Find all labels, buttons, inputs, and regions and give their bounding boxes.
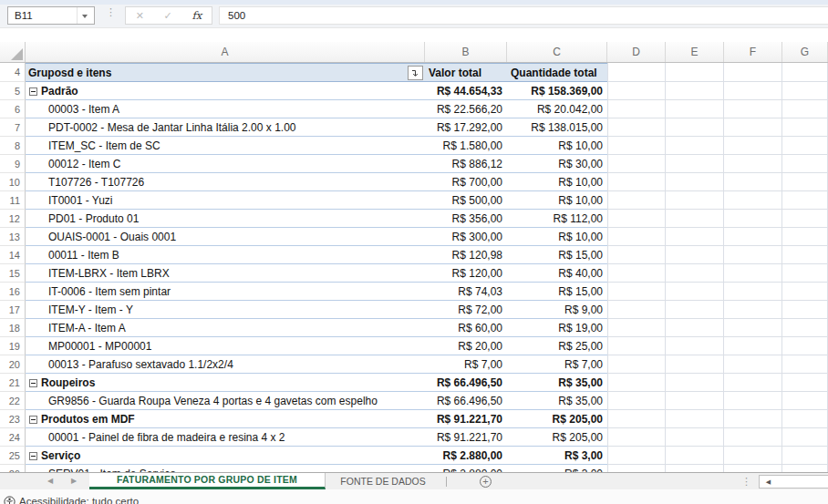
cell-D18[interactable]	[607, 319, 666, 337]
row-header-22[interactable]: 22	[0, 392, 26, 410]
cell-D9[interactable]	[607, 155, 666, 173]
cell-E26[interactable]	[666, 465, 724, 472]
insert-function-icon[interactable]: fx	[191, 9, 202, 22]
cell-D23[interactable]	[607, 410, 666, 428]
formula-input[interactable]: 500	[219, 6, 828, 25]
cell-G22[interactable]	[782, 392, 828, 410]
cell-C6[interactable]: R$ 20.042,00	[507, 100, 607, 118]
cell-G4[interactable]	[782, 63, 828, 82]
sort-filter-icon[interactable]	[408, 66, 423, 80]
cell-A13[interactable]: OUAIS-0001 - Ouais 0001	[26, 228, 425, 246]
cell-G23[interactable]	[782, 410, 828, 428]
cell-B10[interactable]: R$ 700,00	[425, 173, 507, 191]
cell-F14[interactable]	[724, 246, 782, 264]
cell-D11[interactable]	[607, 191, 666, 210]
cell-C22[interactable]: R$ 35,00	[507, 392, 607, 410]
cell-F25[interactable]	[724, 447, 782, 465]
tab-faturamento-por-grupo-de-item[interactable]: FATURAMENTO POR GRUPO DE ITEM	[89, 473, 326, 489]
cell-F8[interactable]	[724, 137, 782, 155]
cell-E19[interactable]	[666, 337, 724, 355]
cell-B9[interactable]: R$ 886,12	[425, 155, 507, 173]
column-header-G[interactable]: G	[782, 42, 828, 62]
cell-E22[interactable]	[666, 392, 724, 410]
cell-D26[interactable]	[607, 465, 666, 472]
accessibility-status-text[interactable]: Acessibilidade: tudo certo	[19, 496, 139, 504]
cell-F20[interactable]	[724, 355, 782, 374]
cell-A26[interactable]: SERV01 - Item de Serviço	[26, 465, 425, 472]
cell-B13[interactable]: R$ 300,00	[425, 228, 507, 246]
row-header-13[interactable]: 13	[0, 228, 26, 246]
cell-G17[interactable]	[782, 301, 828, 319]
cell-C14[interactable]: R$ 15,00	[507, 246, 607, 264]
cell-B8[interactable]: R$ 1.580,00	[425, 137, 507, 155]
cell-D12[interactable]	[607, 210, 666, 228]
cell-A20[interactable]: 00013 - Parafuso sextavado 1.1/2x2/4	[26, 355, 425, 374]
row-header-5[interactable]: 5	[0, 82, 26, 100]
cell-B20[interactable]: R$ 7,00	[425, 355, 507, 374]
cell-D6[interactable]	[607, 100, 666, 118]
cell-D20[interactable]	[607, 355, 666, 374]
cell-E10[interactable]	[666, 173, 724, 191]
cell-B11[interactable]: R$ 500,00	[425, 191, 507, 210]
cell-A15[interactable]: ITEM-LBRX - Item LBRX	[26, 264, 425, 283]
cell-D22[interactable]	[607, 392, 666, 410]
cell-F13[interactable]	[724, 228, 782, 246]
cell-C5[interactable]: R$ 158.369,00	[507, 82, 607, 100]
cell-C15[interactable]: R$ 40,00	[507, 264, 607, 283]
cell-F5[interactable]	[724, 82, 782, 100]
cell-A8[interactable]: ITEM_SC - Item de SC	[26, 137, 425, 155]
cell-A4[interactable]: Gruposd e itens	[26, 63, 425, 82]
row-header-9[interactable]: 9	[0, 155, 26, 173]
cell-A17[interactable]: ITEM-Y - Item - Y	[26, 301, 425, 319]
column-header-F[interactable]: F	[724, 42, 782, 62]
cell-D14[interactable]	[607, 246, 666, 264]
cell-A14[interactable]: 00011 - Item B	[26, 246, 425, 264]
cell-A25[interactable]: Serviço	[26, 447, 425, 465]
cell-E4[interactable]	[666, 63, 724, 82]
sheet-nav-next-icon[interactable]: ▶	[71, 477, 77, 486]
cell-A6[interactable]: 00003 - Item A	[26, 100, 425, 118]
cell-B22[interactable]: R$ 66.496,50	[425, 392, 507, 410]
cell-E25[interactable]	[666, 447, 724, 465]
cell-G16[interactable]	[782, 283, 828, 301]
cell-A16[interactable]: IT-0006 - Item sem pintar	[26, 283, 425, 301]
cancel-icon[interactable]: ✕	[136, 10, 144, 22]
cell-C18[interactable]: R$ 19,00	[507, 319, 607, 337]
cell-F10[interactable]	[724, 173, 782, 191]
cell-F19[interactable]	[724, 337, 782, 355]
row-header-10[interactable]: 10	[0, 173, 26, 191]
cell-F26[interactable]	[724, 465, 782, 472]
cell-A23[interactable]: Produtos em MDF	[26, 410, 425, 428]
cell-A21[interactable]: Roupeiros	[26, 374, 425, 392]
cell-A9[interactable]: 00012 - Item C	[26, 155, 425, 173]
chevron-down-icon[interactable]	[77, 7, 94, 24]
cell-E6[interactable]	[666, 100, 724, 118]
cell-F24[interactable]	[724, 428, 782, 447]
cell-C24[interactable]: R$ 205,00	[507, 428, 607, 447]
cell-D8[interactable]	[607, 137, 666, 155]
cell-G12[interactable]	[782, 210, 828, 228]
cell-F7[interactable]	[724, 118, 782, 137]
cell-G14[interactable]	[782, 246, 828, 264]
cell-B25[interactable]: R$ 2.880,00	[425, 447, 507, 465]
column-header-C[interactable]: C	[507, 42, 607, 62]
cell-B26[interactable]: R$ 2.880,00	[425, 465, 507, 472]
cell-D17[interactable]	[607, 301, 666, 319]
scroll-left-icon[interactable]: ◀	[760, 476, 777, 488]
cell-G20[interactable]	[782, 355, 828, 374]
column-header-E[interactable]: E	[666, 42, 724, 62]
cell-F11[interactable]	[724, 191, 782, 210]
cell-D5[interactable]	[607, 82, 666, 100]
cell-E11[interactable]	[666, 191, 724, 210]
cell-C26[interactable]: R$ 3,00	[507, 465, 607, 472]
cell-A11[interactable]: IT0001 - Yuzi	[26, 191, 425, 210]
cell-F23[interactable]	[724, 410, 782, 428]
cell-B21[interactable]: R$ 66.496,50	[425, 374, 507, 392]
cell-F22[interactable]	[724, 392, 782, 410]
cell-C11[interactable]: R$ 10,00	[507, 191, 607, 210]
row-header-18[interactable]: 18	[0, 319, 26, 337]
cell-E8[interactable]	[666, 137, 724, 155]
sheet-nav-prev-icon[interactable]: ◀	[47, 477, 53, 486]
confirm-icon[interactable]: ✓	[164, 10, 172, 22]
cell-F18[interactable]	[724, 319, 782, 337]
